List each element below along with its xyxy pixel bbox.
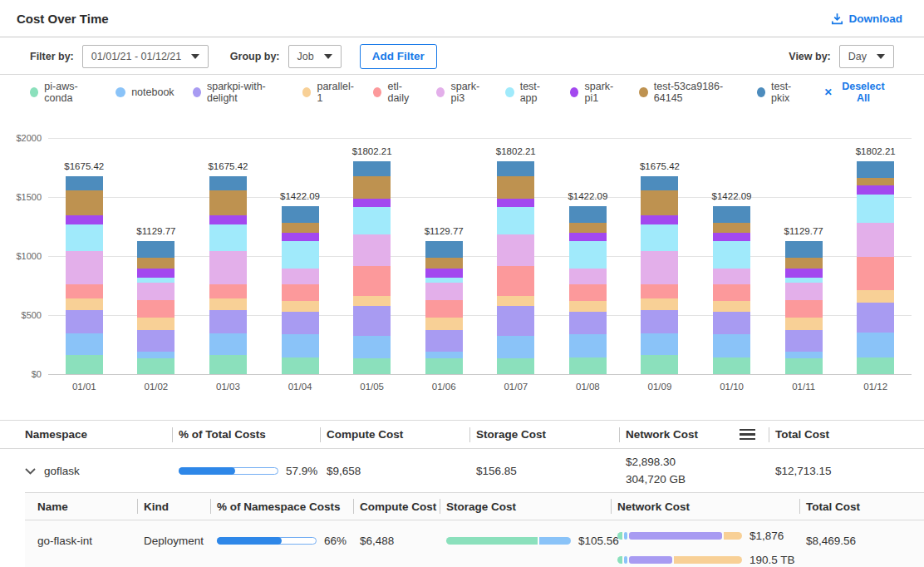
bar-segment-test-app[interactable] (713, 241, 750, 269)
column-header-storage-cost[interactable]: Storage Cost (469, 421, 619, 448)
bar-segment-pi-aws-conda[interactable] (641, 355, 678, 374)
bar-segment-test-app[interactable] (66, 224, 103, 251)
column-header-compute-cost[interactable]: Compute Cost (353, 493, 440, 520)
bar-segment-sparkpi-with-delight[interactable] (282, 312, 319, 334)
bar-segment-spark-pi1[interactable] (66, 215, 103, 224)
bar-segment-notebook[interactable] (497, 336, 534, 358)
bar-segment-sparkpi-with-delight[interactable] (497, 306, 534, 336)
bar-segment-sparkpi-with-delight[interactable] (641, 310, 678, 333)
bar-segment-parallel-1[interactable] (641, 298, 678, 310)
bar-segment-pi-aws-conda[interactable] (282, 357, 319, 374)
bar-segment-pi-aws-conda[interactable] (857, 357, 894, 374)
bar-segment-test-pkix[interactable] (497, 161, 534, 176)
bar-segment-test-pkix[interactable] (353, 161, 391, 176)
bar-segment-etl-daily[interactable] (282, 284, 319, 302)
bar-segment-test-pkix[interactable] (641, 176, 678, 190)
bar-segment-parallel-1[interactable] (137, 318, 174, 329)
bar-segment-spark-pi1[interactable] (857, 185, 894, 195)
bar-segment-spark-pi1[interactable] (353, 199, 391, 207)
bar-segment-test-53ca9186-64145[interactable] (785, 258, 823, 269)
bar-segment-sparkpi-with-delight[interactable] (569, 312, 607, 334)
bar-segment-spark-pi3[interactable] (66, 251, 103, 284)
bar-segment-test-53ca9186-64145[interactable] (425, 258, 463, 269)
bar-segment-spark-pi3[interactable] (497, 234, 534, 265)
stacked-bar-01/11[interactable] (785, 241, 823, 374)
bar-segment-parallel-1[interactable] (497, 296, 534, 306)
column-header-pct-total-costs[interactable]: % of Total Costs (172, 421, 320, 448)
stacked-bar-01/12[interactable] (857, 161, 894, 374)
legend-item-notebook[interactable]: notebook (116, 86, 174, 98)
bar-segment-test-53ca9186-64145[interactable] (353, 176, 391, 199)
column-header-network-cost[interactable]: Network Cost (619, 421, 769, 448)
bar-segment-spark-pi1[interactable] (569, 233, 607, 241)
bar-segment-spark-pi1[interactable] (137, 269, 174, 278)
bar-segment-spark-pi3[interactable] (425, 283, 463, 300)
stacked-bar-01/09[interactable] (641, 176, 678, 374)
column-header-kind[interactable]: Kind (137, 493, 210, 520)
bar-segment-test-app[interactable] (497, 207, 534, 234)
stacked-bar-01/08[interactable] (569, 206, 607, 374)
bar-segment-etl-daily[interactable] (66, 284, 103, 299)
stacked-bar-01/10[interactable] (713, 206, 750, 374)
bar-segment-parallel-1[interactable] (857, 290, 894, 302)
group-by-select[interactable]: Job (288, 45, 342, 68)
legend-item-spark-pi3[interactable]: spark-pi3 (436, 81, 487, 104)
bar-segment-etl-daily[interactable] (785, 300, 823, 318)
bar-segment-pi-aws-conda[interactable] (497, 358, 534, 374)
bar-segment-sparkpi-with-delight[interactable] (857, 303, 894, 333)
bar-segment-notebook[interactable] (569, 334, 607, 357)
bar-segment-parallel-1[interactable] (209, 298, 247, 310)
bar-segment-parallel-1[interactable] (353, 296, 391, 306)
bar-segment-spark-pi1[interactable] (713, 233, 750, 241)
bar-segment-etl-daily[interactable] (857, 257, 894, 290)
bar-segment-notebook[interactable] (857, 333, 894, 358)
bar-segment-spark-pi1[interactable] (641, 215, 678, 224)
bar-segment-spark-pi3[interactable] (209, 251, 247, 284)
bar-segment-test-pkix[interactable] (857, 161, 894, 178)
stacked-bar-01/07[interactable] (497, 161, 534, 374)
bar-segment-sparkpi-with-delight[interactable] (66, 310, 103, 333)
column-header-compute-cost[interactable]: Compute Cost (320, 421, 469, 448)
bar-segment-test-53ca9186-64145[interactable] (857, 178, 894, 185)
bar-segment-pi-aws-conda[interactable] (425, 358, 463, 374)
stacked-bar-01/01[interactable] (66, 176, 103, 374)
bar-segment-pi-aws-conda[interactable] (785, 358, 823, 374)
bar-segment-etl-daily[interactable] (641, 284, 678, 299)
bar-segment-sparkpi-with-delight[interactable] (785, 330, 823, 352)
bar-segment-etl-daily[interactable] (569, 284, 607, 302)
stacked-bar-01/05[interactable] (353, 161, 391, 374)
bar-segment-spark-pi3[interactable] (353, 234, 391, 265)
bar-segment-notebook[interactable] (137, 352, 174, 358)
bar-segment-spark-pi3[interactable] (857, 223, 894, 257)
bar-segment-notebook[interactable] (209, 333, 247, 355)
bar-segment-etl-daily[interactable] (425, 300, 463, 318)
legend-item-pi-aws-conda[interactable]: pi-aws-conda (30, 81, 97, 104)
legend-item-test-pkix[interactable]: test-pkix (757, 81, 804, 104)
namespace-row-goflask[interactable]: goflask 57.9% $9,658 $156.85 $2,898.30 3… (0, 450, 924, 492)
bar-segment-pi-aws-conda[interactable] (137, 358, 174, 374)
column-header-total-cost[interactable]: Total Cost (799, 493, 924, 520)
bar-segment-notebook[interactable] (66, 333, 103, 355)
bar-segment-pi-aws-conda[interactable] (713, 357, 750, 374)
bar-segment-notebook[interactable] (785, 352, 823, 358)
bar-segment-parallel-1[interactable] (785, 318, 823, 329)
bar-segment-test-pkix[interactable] (282, 206, 319, 222)
bar-segment-sparkpi-with-delight[interactable] (137, 330, 174, 352)
bar-segment-notebook[interactable] (353, 336, 391, 358)
bar-segment-test-53ca9186-64145[interactable] (209, 190, 247, 215)
bar-segment-sparkpi-with-delight[interactable] (209, 310, 247, 333)
workload-row-go-flask-int[interactable]: go-flask-int Deployment 66% $6,488 $105.… (25, 520, 924, 566)
bar-segment-etl-daily[interactable] (713, 284, 750, 302)
bar-segment-sparkpi-with-delight[interactable] (713, 312, 750, 334)
legend-item-spark-pi1[interactable]: spark-pi1 (570, 81, 621, 104)
bar-segment-spark-pi3[interactable] (785, 283, 823, 300)
legend-item-test-53ca9186-64145[interactable]: test-53ca9186-64145 (639, 81, 738, 104)
bar-segment-parallel-1[interactable] (569, 301, 607, 311)
add-filter-button[interactable]: Add Filter (360, 44, 437, 69)
bar-segment-test-53ca9186-64145[interactable] (569, 223, 607, 234)
bar-segment-test-app[interactable] (569, 241, 607, 269)
bar-segment-parallel-1[interactable] (425, 318, 463, 329)
bar-segment-notebook[interactable] (282, 334, 319, 357)
download-button[interactable]: Download (826, 12, 908, 26)
bar-segment-pi-aws-conda[interactable] (353, 358, 391, 374)
